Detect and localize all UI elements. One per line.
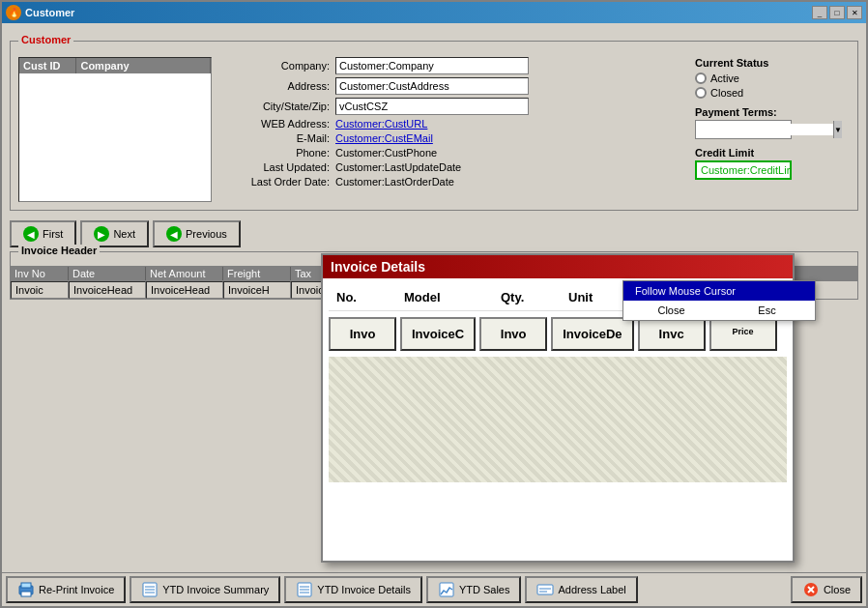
- popup-cell-4: Invc: [638, 317, 706, 351]
- next-label: Next: [113, 228, 135, 240]
- email-value[interactable]: Customer:CustEMail: [335, 132, 433, 144]
- bottom-toolbar: Re-Print Invoice YTD Invoice Summary YTD…: [2, 572, 866, 606]
- last-updated-row: Last Updated: Customer:LastUpdateDate: [219, 161, 668, 173]
- col-company: Company: [76, 58, 211, 73]
- phone-value: Customer:CustPhone: [335, 147, 437, 159]
- inv-cell-amount: InvoiceHead: [146, 281, 223, 299]
- ytd-summary-label: YTD Invoice Summary: [162, 584, 269, 595]
- close-window-button[interactable]: ✕: [847, 6, 862, 19]
- last-updated-value: Customer:LastUpdateDate: [335, 161, 461, 173]
- web-label: WEB Address:: [219, 118, 335, 130]
- popup-hatched-area: [329, 357, 787, 482]
- popup-cell-2: Invo: [479, 317, 547, 351]
- follow-mouse-item[interactable]: Follow Mouse Cursor: [623, 281, 815, 301]
- svg-rect-1: [21, 583, 31, 588]
- citystatezip-row: City/State/Zip:: [219, 98, 668, 115]
- ytd-sales-label: YTD Sales: [459, 584, 510, 595]
- context-menu: Follow Mouse Cursor Close Esc: [622, 280, 816, 321]
- last-order-label: Last Order Date:: [219, 176, 335, 188]
- window-title: Customer: [25, 7, 74, 18]
- web-row: WEB Address: Customer:CustURL: [219, 118, 668, 130]
- customer-form: Company: Address: City/State/Zip: WEB Ad…: [219, 57, 668, 202]
- title-bar: 🔥 Customer _ □ ✕: [2, 2, 866, 23]
- customer-list[interactable]: Cust ID Company: [18, 57, 212, 202]
- company-field[interactable]: [335, 57, 529, 74]
- customer-group: Customer Cust ID Company Company:: [10, 41, 858, 211]
- phone-label: Phone:: [219, 147, 335, 159]
- previous-label: Previous: [186, 228, 227, 240]
- popup-cell-3: InvoiceDe: [551, 317, 633, 351]
- address-label-button[interactable]: Address Label: [525, 576, 637, 603]
- inv-cell-no: Invoic: [11, 281, 69, 299]
- svg-rect-12: [537, 585, 553, 594]
- inv-col-date: Date: [69, 267, 146, 280]
- popup-col-model: Model: [396, 288, 493, 306]
- web-value[interactable]: Customer:CustURL: [335, 118, 427, 130]
- ytd-sales-icon: [438, 581, 455, 598]
- address-label-text: Address Label: [558, 584, 625, 595]
- phone-row: Phone: Customer:CustPhone: [219, 147, 668, 159]
- payment-terms-dropdown[interactable]: ▼: [695, 120, 792, 139]
- ytd-details-icon: [296, 581, 313, 598]
- menu-bottom-row: Close Esc: [623, 301, 815, 320]
- inv-cell-freight: InvoiceH: [223, 281, 291, 299]
- last-updated-label: Last Updated:: [219, 161, 335, 173]
- popup-cell-1: InvoiceC: [400, 317, 476, 351]
- inv-col-no: Inv No: [11, 267, 69, 280]
- closed-radio[interactable]: [695, 87, 707, 99]
- title-controls: _ □ ✕: [812, 6, 862, 19]
- nav-bar: ◀ First ▶ Next ◀ Previous: [10, 217, 858, 251]
- payment-terms-input[interactable]: [696, 124, 833, 135]
- inv-col-amount: Net Amount: [146, 267, 223, 280]
- credit-limit-section: Credit Limit Customer:CreditLir: [695, 147, 850, 180]
- active-radio-row[interactable]: Active: [695, 72, 850, 84]
- credit-limit-value: Customer:CreditLir: [695, 160, 792, 180]
- ytd-summary-icon: [141, 581, 159, 598]
- next-button[interactable]: ▶ Next: [80, 220, 149, 247]
- status-title: Current Status: [695, 57, 850, 69]
- credit-limit-label: Credit Limit: [695, 147, 850, 159]
- payment-terms-label: Payment Terms:: [695, 106, 850, 118]
- inv-cell-date: InvoiceHead: [69, 281, 146, 299]
- popup-col-qty: Qty.: [493, 288, 561, 306]
- next-icon: ▶: [94, 226, 109, 242]
- company-label: Company:: [219, 60, 335, 72]
- address-label: Address:: [219, 80, 335, 92]
- esc-menu-item[interactable]: Esc: [719, 301, 815, 320]
- popup-cell-price: Price: [709, 317, 777, 351]
- popup-table-row: Invo InvoiceC Invo InvoiceDe Invc Price: [329, 317, 787, 351]
- ytd-sales-button[interactable]: YTD Sales: [426, 576, 522, 603]
- address-field[interactable]: [335, 77, 529, 95]
- citystatezip-label: City/State/Zip:: [219, 101, 335, 112]
- email-label: E-Mail:: [219, 132, 335, 144]
- close-menu-item[interactable]: Close: [623, 301, 719, 320]
- app-icon: 🔥: [6, 5, 21, 20]
- close-button[interactable]: Close: [791, 576, 862, 603]
- popup-col-unit: Unit: [561, 288, 619, 306]
- previous-icon: ◀: [166, 226, 182, 242]
- citystatezip-field[interactable]: [335, 98, 529, 115]
- address-row: Address:: [219, 77, 668, 95]
- invoice-header-title: Invoice Header: [18, 245, 100, 256]
- closed-label: Closed: [710, 87, 743, 99]
- previous-button[interactable]: ◀ Previous: [153, 220, 241, 247]
- popup-title: Invoice Details: [323, 255, 793, 278]
- first-label: First: [43, 228, 63, 240]
- reprint-button[interactable]: Re-Print Invoice: [6, 576, 126, 603]
- customer-group-title: Customer: [18, 34, 73, 45]
- main-window: 🔥 Customer _ □ ✕ Customer Cust ID Compan…: [0, 0, 868, 608]
- svg-rect-2: [21, 592, 31, 596]
- active-label: Active: [710, 72, 739, 84]
- list-header: Cust ID Company: [19, 58, 211, 73]
- ytd-details-button[interactable]: YTD Invoice Details: [284, 576, 422, 603]
- address-icon: [536, 581, 554, 598]
- first-button[interactable]: ◀ First: [10, 220, 76, 247]
- ytd-summary-button[interactable]: YTD Invoice Summary: [130, 576, 280, 603]
- status-section: Current Status Active Closed Payment Ter…: [695, 57, 850, 202]
- active-radio[interactable]: [695, 72, 707, 84]
- closed-radio-row[interactable]: Closed: [695, 87, 850, 99]
- dropdown-arrow-icon[interactable]: ▼: [833, 121, 842, 138]
- minimize-button[interactable]: _: [812, 6, 827, 19]
- ytd-details-label: YTD Invoice Details: [317, 584, 411, 595]
- maximize-button[interactable]: □: [829, 6, 845, 19]
